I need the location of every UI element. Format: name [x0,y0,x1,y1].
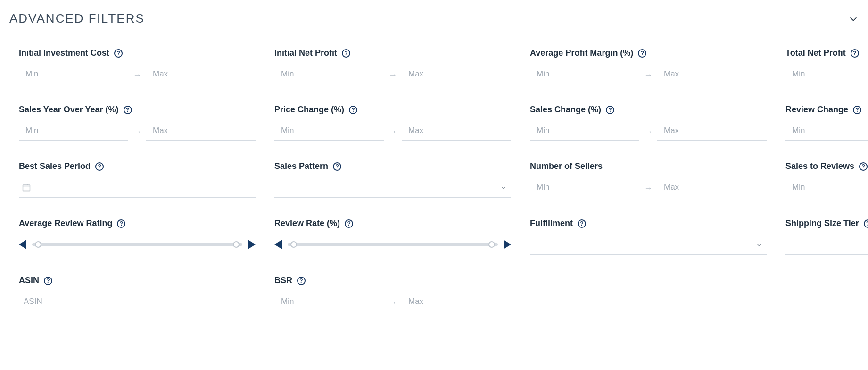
initial-net-profit-max-input[interactable] [402,67,511,84]
number-of-sellers-min-input[interactable] [530,180,639,197]
label-total-net-profit: Total Net Profit [785,48,846,58]
advanced-filters-header[interactable]: ADVANCED FILTERS [9,9,859,34]
field-shipping-size-tier: Shipping Size Tier [785,219,868,255]
label-sales-pattern: Sales Pattern [274,161,328,171]
arrow-right-icon: → [643,184,653,193]
chevron-down-icon [755,241,763,249]
bsr-min-input[interactable] [274,294,384,311]
arrow-right-icon: → [132,127,142,137]
help-icon[interactable] [851,49,859,58]
review-change-min-input[interactable] [785,123,868,141]
sales-pattern-select[interactable] [274,180,511,198]
filter-grid: Initial Investment Cost → Initial Net Pr… [9,48,859,312]
slider-thumb-max[interactable] [233,241,240,248]
help-icon[interactable] [333,162,341,171]
field-avg-review-rating: Average Review Rating [19,219,256,255]
label-review-rate: Review Rate (%) [274,219,340,228]
field-price-change: Price Change (%) → [274,105,511,141]
label-initial-investment: Initial Investment Cost [19,48,109,58]
label-sales-change: Sales Change (%) [530,105,601,115]
field-review-change: Review Change → [785,105,868,141]
field-asin: ASIN [19,276,256,312]
initial-net-profit-min-input[interactable] [274,67,384,84]
avg-review-rating-slider[interactable] [32,243,242,246]
slider-thumb-max[interactable] [488,241,495,248]
help-icon[interactable] [44,277,52,285]
field-sales-change: Sales Change (%) → [530,105,767,141]
help-icon[interactable] [114,49,123,58]
avg-profit-margin-min-input[interactable] [530,67,639,84]
help-icon[interactable] [297,277,306,285]
help-icon[interactable] [117,219,125,228]
chevron-down-icon [500,184,507,192]
svg-rect-0 [23,185,30,191]
label-avg-profit-margin: Average Profit Margin (%) [530,48,633,58]
number-of-sellers-max-input[interactable] [657,180,767,197]
label-review-change: Review Change [785,105,848,115]
review-rate-slider[interactable] [288,243,498,246]
field-initial-net-profit: Initial Net Profit → [274,48,511,84]
help-icon[interactable] [606,106,614,114]
help-icon[interactable] [349,106,357,114]
label-fulfillment: Fulfillment [530,219,573,228]
sales-change-max-input[interactable] [657,123,767,141]
field-bsr: BSR → [274,276,511,312]
field-sales-to-reviews: Sales to Reviews → [785,161,868,198]
slider-right-button[interactable] [248,240,256,249]
asin-input[interactable] [22,296,253,307]
label-avg-review-rating: Average Review Rating [19,219,112,228]
label-best-sales-period: Best Sales Period [19,161,91,171]
help-icon[interactable] [853,106,861,114]
slider-left-button[interactable] [274,240,282,249]
field-initial-investment: Initial Investment Cost → [19,48,256,84]
label-sales-yoy: Sales Year Over Year (%) [19,105,119,115]
best-sales-period-input[interactable] [19,180,256,198]
field-fulfillment: Fulfillment [530,219,767,255]
help-icon[interactable] [864,219,868,228]
sales-yoy-min-input[interactable] [19,123,128,141]
section-title: ADVANCED FILTERS [9,11,145,26]
field-best-sales-period: Best Sales Period [19,161,256,198]
total-net-profit-min-input[interactable] [785,67,868,84]
arrow-right-icon: → [388,127,398,137]
arrow-right-icon: → [643,127,653,137]
arrow-right-icon: → [132,70,142,80]
arrow-right-icon: → [643,70,653,80]
price-change-max-input[interactable] [402,123,511,141]
shipping-size-tier-select[interactable] [785,237,868,255]
field-sales-pattern: Sales Pattern [274,161,511,198]
arrow-right-icon: → [388,70,398,80]
label-shipping-size-tier: Shipping Size Tier [785,219,859,228]
label-initial-net-profit: Initial Net Profit [274,48,337,58]
sales-yoy-max-input[interactable] [146,123,256,141]
field-review-rate: Review Rate (%) [274,219,511,255]
help-icon[interactable] [345,219,353,228]
help-icon[interactable] [859,162,868,171]
help-icon[interactable] [95,162,104,171]
avg-profit-margin-max-input[interactable] [657,67,767,84]
label-asin: ASIN [19,276,39,286]
label-price-change: Price Change (%) [274,105,344,115]
sales-to-reviews-min-input[interactable] [785,180,868,197]
field-avg-profit-margin: Average Profit Margin (%) → [530,48,767,84]
arrow-right-icon: → [388,298,398,308]
calendar-icon [22,183,31,192]
bsr-max-input[interactable] [402,294,511,311]
help-icon[interactable] [638,49,646,58]
label-number-of-sellers: Number of Sellers [530,161,603,171]
slider-right-button[interactable] [504,240,511,249]
sales-change-min-input[interactable] [530,123,639,141]
help-icon[interactable] [578,219,586,228]
fulfillment-select[interactable] [530,237,767,255]
help-icon[interactable] [124,106,132,114]
initial-investment-min-input[interactable] [19,67,128,84]
field-sales-yoy: Sales Year Over Year (%) → [19,105,256,141]
slider-thumb-min[interactable] [35,241,41,248]
price-change-min-input[interactable] [274,123,384,141]
label-bsr: BSR [274,276,292,286]
chevron-down-icon [848,14,859,24]
slider-thumb-min[interactable] [290,241,297,248]
initial-investment-max-input[interactable] [146,67,256,84]
help-icon[interactable] [342,49,350,58]
slider-left-button[interactable] [19,240,26,249]
